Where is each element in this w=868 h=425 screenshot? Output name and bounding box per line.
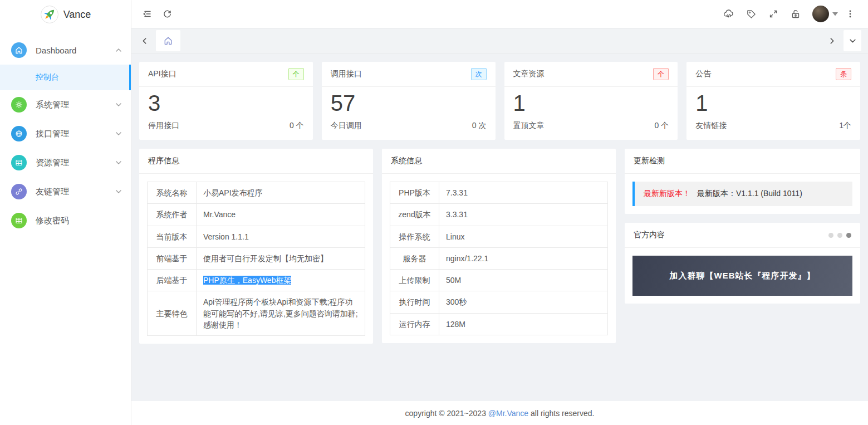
- table-row: 运行内存 128M: [390, 313, 608, 335]
- row-label: 后端基于: [148, 270, 197, 291]
- stat-footer-label: 置顶文章: [513, 121, 545, 131]
- tab-strip: [131, 28, 868, 54]
- row-label: PHP版本: [390, 182, 439, 204]
- tabs-dropdown-button[interactable]: [844, 30, 861, 51]
- main-area: API接口 个 3 停用接口 0 个 调用接口 次 57: [131, 0, 868, 425]
- row-label: 前端基于: [148, 247, 197, 269]
- row-label: 系统名称: [148, 182, 197, 204]
- table-row: 后端基于 PHP原生，EasyWeb框架: [148, 270, 365, 291]
- sidebar-item-label: 资源管理: [36, 158, 115, 168]
- sidebar-item-change-password[interactable]: 修改密码: [0, 206, 131, 235]
- table-row: zend版本 3.3.31: [390, 204, 608, 226]
- globe-icon: [11, 126, 27, 141]
- author-link[interactable]: @Mr.Vance: [488, 409, 528, 418]
- table-row: 主要特色 Api管理程序两个板块Api和资源下载;程序功能可能写的不好,请见谅,…: [148, 291, 365, 336]
- collapse-menu-icon[interactable]: [137, 4, 157, 24]
- chevron-up-icon: [115, 47, 122, 53]
- kebab-menu-icon[interactable]: [840, 4, 860, 24]
- tabs-scroll-left-button[interactable]: [137, 30, 151, 51]
- stat-card-title: API接口: [148, 69, 176, 79]
- content: API接口 个 3 停用接口 0 个 调用接口 次 57: [131, 54, 868, 401]
- carousel-dot[interactable]: [828, 233, 833, 238]
- alert-highlight-text: 最新新版本！: [644, 189, 690, 198]
- fullscreen-icon[interactable]: [763, 4, 783, 24]
- update-check-panel: 更新检测 最新新版本！最新版本：V1.1.1 (Build 1011): [625, 149, 860, 214]
- stat-card-title: 公告: [695, 69, 711, 79]
- selected-text: PHP原生，EasyWeb框架: [203, 276, 291, 285]
- rocket-logo-icon: [40, 5, 59, 24]
- panel-title: 官方内容: [634, 230, 665, 240]
- home-icon: [11, 42, 27, 58]
- row-value: 使用者可自行开发定制【均无加密】: [197, 247, 365, 269]
- sidebar-menu: Dashboard 控制台 系统管理: [0, 29, 131, 235]
- tab-home[interactable]: [156, 30, 180, 51]
- grid-icon: [11, 213, 27, 228]
- row-value: PHP原生，EasyWeb框架: [197, 270, 365, 291]
- caret-down-icon[interactable]: [832, 12, 838, 16]
- row-label: zend版本: [390, 204, 439, 226]
- table-row: 执行时间 300秒: [390, 291, 608, 313]
- unit-badge: 次: [471, 68, 487, 80]
- table-row: 操作系统 Linux: [390, 226, 608, 247]
- stat-footer-label: 今日调用: [331, 121, 362, 131]
- stat-card-calls: 调用接口 次 57 今日调用 0 次: [322, 62, 496, 140]
- stat-value: 57: [322, 87, 496, 116]
- update-alert: 最新新版本！最新版本：V1.1.1 (Build 1011): [632, 182, 852, 206]
- stat-card-articles: 文章资源 个 1 置顶文章 0 个: [504, 62, 678, 140]
- stat-footer-value: 0 个: [290, 121, 304, 131]
- table-row: 服务器 nginx/1.22.1: [390, 247, 608, 269]
- tag-icon[interactable]: [741, 4, 761, 24]
- brand-name: Vance: [63, 9, 91, 21]
- chevron-down-icon: [115, 188, 122, 195]
- row-value: 3.3.31: [439, 204, 608, 226]
- row-value: 50M: [439, 270, 608, 291]
- logo[interactable]: Vance: [0, 0, 131, 29]
- stat-card-api: API接口 个 3 停用接口 0 个: [139, 62, 313, 140]
- topbar: [131, 0, 868, 28]
- sidebar-item-api-management[interactable]: 接口管理: [0, 119, 131, 148]
- gear-icon: [11, 97, 27, 113]
- sidebar-item-console[interactable]: 控制台: [0, 65, 131, 90]
- row-value: 7.3.31: [439, 182, 608, 204]
- carousel-dots: [828, 233, 851, 238]
- system-info-table: PHP版本 7.3.31 zend版本 3.3.31 操作系统 Linux: [390, 182, 608, 335]
- table-row: 前端基于 使用者可自行开发定制【均无加密】: [148, 247, 365, 269]
- row-value: 128M: [439, 313, 608, 335]
- refresh-icon[interactable]: [157, 4, 177, 24]
- table-row: 上传限制 50M: [390, 270, 608, 291]
- sidebar-item-friendlink-management[interactable]: 友链管理: [0, 177, 131, 206]
- table-row: 当前版本 Version 1.1.1: [148, 226, 365, 247]
- link-icon: [11, 184, 27, 199]
- table-row: PHP版本 7.3.31: [390, 182, 608, 204]
- sidebar-item-system-management[interactable]: 系统管理: [0, 90, 131, 119]
- sidebar: Vance Dashboard 控制台: [0, 0, 131, 425]
- row-label: 执行时间: [390, 291, 439, 313]
- carousel-banner[interactable]: 加入群聊【WEB站长『程序开发』】: [632, 256, 852, 296]
- stat-value: 1: [686, 87, 860, 116]
- row-label: 当前版本: [148, 226, 197, 247]
- row-label: 上传限制: [390, 270, 439, 291]
- panel-title: 程序信息: [148, 156, 179, 166]
- row-value: Api管理程序两个板块Api和资源下载;程序功能可能写的不好,请见谅,更多问题咨…: [197, 291, 365, 336]
- tabs-scroll-right-button[interactable]: [825, 30, 839, 51]
- official-content-panel: 官方内容 加入群聊【WEB站长『程序开发』】: [625, 223, 860, 304]
- avatar[interactable]: [812, 6, 829, 22]
- sidebar-item-label: 修改密码: [36, 216, 122, 226]
- sidebar-item-resource-management[interactable]: 资源管理: [0, 148, 131, 177]
- system-info-panel: 系统信息 PHP版本 7.3.31 zend版本 3.3.31: [382, 149, 616, 343]
- stat-value: 1: [504, 87, 678, 116]
- stat-footer-label: 停用接口: [148, 121, 179, 131]
- cloud-code-icon[interactable]: [719, 4, 739, 24]
- copyright-text: all rights reserved.: [528, 409, 594, 418]
- unit-badge: 个: [653, 68, 669, 80]
- row-value: 小易API发布程序: [197, 182, 365, 204]
- row-value: Linux: [439, 226, 608, 247]
- carousel-dot[interactable]: [837, 233, 842, 238]
- table-row: 系统名称 小易API发布程序: [148, 182, 365, 204]
- row-label: 系统作者: [148, 204, 197, 226]
- panel-title: 更新检测: [634, 156, 665, 166]
- sidebar-item-dashboard[interactable]: Dashboard: [0, 36, 131, 65]
- carousel-dot-active[interactable]: [846, 233, 851, 238]
- unlock-icon[interactable]: [786, 4, 806, 24]
- stat-footer-value: 0 次: [472, 121, 487, 131]
